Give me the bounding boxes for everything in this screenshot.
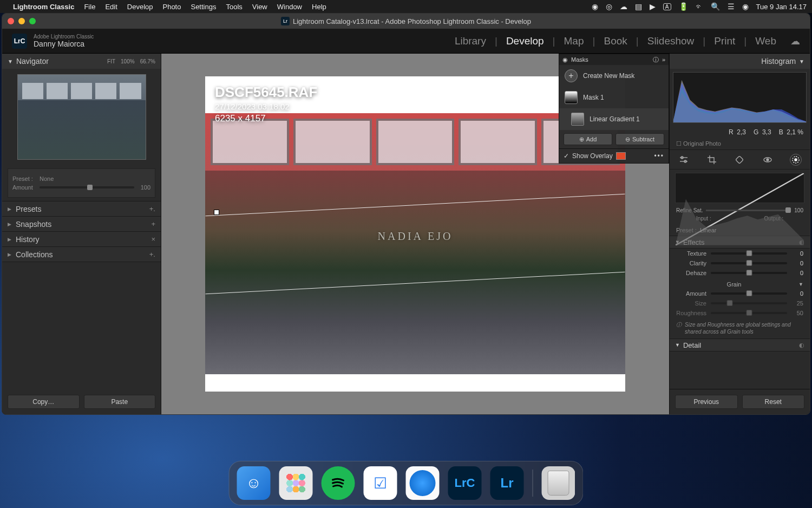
navigator-header[interactable]: ▼ Navigator FIT 100% 66.7% [2,54,161,69]
mask-subtract-button[interactable]: ⊖Subtract [615,133,664,145]
heal-icon[interactable] [734,154,745,166]
window-zoom-button[interactable] [29,18,36,24]
panel-snapshots[interactable]: ▶ Snapshots + [2,217,161,232]
dock-lightroom-classic-icon[interactable]: LrC [448,466,482,500]
zoom-fit[interactable]: FIT [107,58,115,64]
crop-icon[interactable] [706,154,718,166]
gradient-guide-line[interactable] [206,193,625,216]
copy-button[interactable]: Copy… [8,395,80,409]
status-icon[interactable]: ◉ [592,2,598,11]
gradient-handle[interactable] [214,210,219,215]
canvas-area[interactable]: NADIA EJO DSCF5645.RAF 27/12/2023 03.18.… [161,54,669,414]
status-icon[interactable]: A [663,3,671,10]
amount-slider[interactable] [40,186,134,188]
dock-trash-icon[interactable] [542,466,575,500]
app-menu[interactable]: Lightroom Classic [13,3,74,11]
navigator-thumbnail[interactable] [17,74,146,160]
module-slideshow[interactable]: Slideshow [642,35,700,47]
menu-window[interactable]: Window [277,3,302,11]
clear-icon[interactable]: × [151,235,155,243]
slider-track[interactable] [711,272,787,274]
slider-track[interactable] [711,252,787,255]
menu-file[interactable]: File [84,3,95,11]
module-library[interactable]: Library [449,35,492,47]
zoom-custom[interactable]: 66.7% [140,58,155,64]
collapse-icon[interactable]: » [662,56,665,63]
siri-icon[interactable]: ◉ [742,2,749,11]
module-develop[interactable]: Develop [501,35,549,47]
cloud-sync-icon[interactable]: ☁ [790,35,800,47]
dock-lightroom-icon[interactable]: Lr [490,466,524,500]
detail-header[interactable]: ▼ Detail ◐ [670,338,810,351]
module-web[interactable]: Web [750,35,782,47]
paste-button[interactable]: Paste [84,395,156,409]
edit-sliders-icon[interactable] [678,154,690,166]
previous-button[interactable]: Previous [675,395,738,409]
slider-track[interactable] [711,262,787,264]
disclosure-triangle-icon[interactable]: ▼ [798,282,803,287]
mask-component-item[interactable]: Linear Gradient 1 [559,108,669,130]
wifi-icon[interactable]: ᯤ [696,2,703,11]
histogram-chart[interactable] [673,72,807,123]
add-icon[interactable]: + [151,220,155,228]
status-icon[interactable]: ▤ [635,2,642,11]
module-print[interactable]: Print [709,35,741,47]
menu-photo[interactable]: Photo [162,3,181,11]
overlay-color-swatch[interactable] [616,152,626,160]
add-icon[interactable]: +. [149,250,155,258]
panel-presets[interactable]: ▶ Presets +. [2,201,161,217]
dock-spotify-icon[interactable] [322,466,355,500]
module-book[interactable]: Book [598,35,632,47]
histogram-header[interactable]: Histogram ▼ [670,54,810,69]
redeye-icon[interactable] [762,154,774,166]
panel-collections[interactable]: ▶ Collections +. [2,247,161,262]
reset-button[interactable]: Reset [742,395,805,409]
menubar-clock[interactable]: Tue 9 Jan 14.17 [756,3,807,11]
create-mask-row[interactable]: + Create New Mask [559,65,669,87]
masking-icon[interactable] [790,154,802,166]
menu-tools[interactable]: Tools [226,3,242,11]
help-icon[interactable]: ⓘ [653,56,659,64]
window-minimize-button[interactable] [18,18,25,24]
status-icon[interactable]: ◎ [606,2,612,11]
original-photo-toggle[interactable]: ☐ Original Photo [670,138,810,150]
zoom-100[interactable]: 100% [121,58,135,64]
slider-track[interactable] [711,292,787,295]
lrc-badge-icon: Lr [281,17,290,25]
panel-switch-icon[interactable]: ◐ [799,342,804,349]
add-icon[interactable]: +. [149,205,155,213]
module-map[interactable]: Map [559,35,590,47]
curve-box[interactable] [675,173,804,203]
dock-safari-icon[interactable] [406,466,440,500]
window-close-button[interactable] [8,18,14,24]
plus-icon: + [565,69,578,82]
navigator-title: Navigator [16,57,49,66]
more-icon[interactable]: ••• [654,152,664,160]
mask-item[interactable]: Mask 1 [559,87,669,108]
gradient-guide-line[interactable] [206,272,625,295]
cc-icon[interactable]: ☁ [620,2,627,11]
dock-launchpad-icon[interactable] [279,466,313,500]
grain-note: Size and Roughness are global settings a… [685,321,803,335]
checkbox-icon[interactable]: ✓ [564,152,569,160]
menu-edit[interactable]: Edit [105,3,117,11]
disclosure-triangle-icon[interactable]: ▼ [8,58,13,64]
mask-add-button[interactable]: ⊕Add [564,133,612,145]
spotlight-icon[interactable]: 🔍 [711,2,720,11]
disclosure-triangle-icon[interactable]: ▼ [799,58,804,64]
show-overlay-label[interactable]: Show Overlay [572,152,613,160]
dock-finder-icon[interactable]: ☺ [237,466,271,500]
menu-view[interactable]: View [252,3,267,11]
panel-history[interactable]: ▶ History × [2,232,161,247]
preset-label: Preset : [12,175,40,182]
status-icon[interactable]: ▶ [650,2,656,11]
eye-icon[interactable]: ◉ [562,56,568,63]
refine-sat-slider[interactable] [706,210,791,211]
control-center-icon[interactable]: ☰ [728,2,735,11]
preset-amount-box: Preset : None Amount 100 [8,168,155,198]
menu-settings[interactable]: Settings [191,3,216,11]
battery-icon[interactable]: 🔋 [679,2,688,11]
dock-things-icon[interactable]: ☑ [364,466,397,500]
menu-help[interactable]: Help [312,3,326,11]
menu-develop[interactable]: Develop [127,3,153,11]
